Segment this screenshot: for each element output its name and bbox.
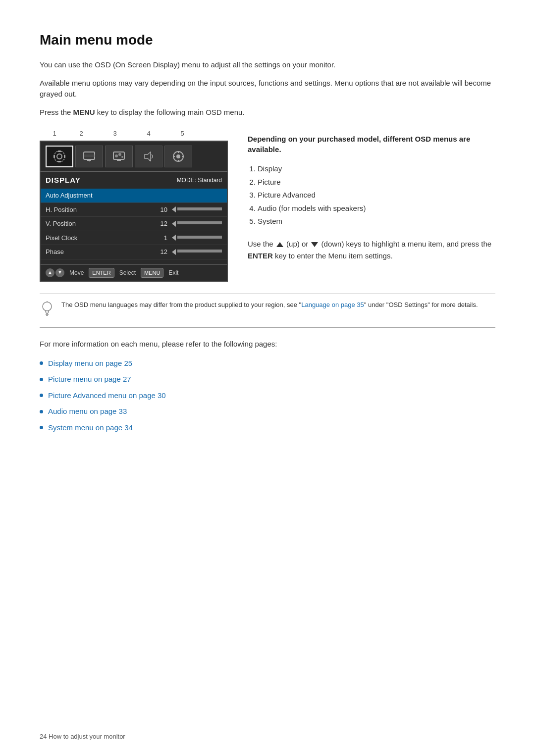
osd-item-label-phase: Phase [46, 247, 64, 257]
osd-menu-item-auto-adjustment: Auto Adjustment [41, 189, 227, 203]
osd-icon-audio [135, 146, 162, 167]
page-title: Main menu mode [40, 30, 495, 50]
osd-slider-phase: 12 [158, 247, 222, 257]
svg-point-0 [57, 154, 62, 159]
osd-icon-system [164, 146, 192, 167]
arrow-up-btn: ▲ [46, 268, 54, 277]
osd-slider-triangle-phase [172, 249, 176, 255]
osd-display-bar: DISPLAY MODE: Standard [40, 171, 228, 189]
osd-menu-item-phase: Phase 12 [41, 245, 227, 259]
svg-rect-4 [54, 155, 55, 158]
note-icon [40, 301, 54, 321]
menu-list-item-3: Picture Advanced [258, 190, 495, 201]
svg-rect-5 [64, 155, 65, 158]
osd-num-5: 5 [165, 129, 199, 139]
osd-num-1: 1 [45, 129, 64, 139]
osd-slider-bar-phase [177, 251, 222, 252]
osd-exit-label: Exit [168, 268, 178, 277]
enter-key-label: ENTER [248, 252, 273, 260]
osd-num-3: 3 [98, 129, 132, 139]
note-link[interactable]: Language on page 35 [301, 301, 364, 308]
note-text-before: The OSD menu languages may differ from t… [61, 301, 301, 308]
osd-icons-row [40, 141, 228, 171]
list-item-picture-advanced: Picture Advanced menu on page 30 [40, 390, 495, 402]
menu-key-label: MENU [73, 108, 95, 116]
svg-point-18 [176, 154, 180, 158]
intro-para1: You can use the OSD (On Screen Display) … [40, 59, 495, 71]
osd-numbers-row: 1 2 3 4 5 [40, 129, 228, 139]
osd-menu-items: Auto Adjustment H. Position 10 V. Positi… [40, 189, 228, 264]
svg-point-23 [43, 302, 52, 311]
osd-enter-btn: ENTER [89, 268, 114, 278]
svg-rect-7 [84, 154, 95, 157]
menu-list-item-5: System [258, 216, 495, 227]
links-list: Display menu on page 25 Picture menu on … [40, 358, 495, 434]
note-box: The OSD menu languages may differ from t… [40, 294, 495, 328]
menu-list: Display Picture Picture Advanced Audio (… [258, 163, 495, 227]
content-row: 1 2 3 4 5 [40, 129, 495, 282]
intro-para2: Available menu options may vary dependin… [40, 78, 495, 100]
right-info: Depending on your purchased model, diffe… [248, 129, 495, 282]
svg-point-13 [121, 156, 123, 158]
osd-menu-item-h-position: H. Position 10 [41, 203, 227, 217]
osd-icon-display [46, 146, 73, 167]
osd-item-label-auto: Auto Adjustment [46, 191, 93, 201]
list-item-audio: Audio menu on page 33 [40, 406, 495, 417]
osd-item-label-vpos: V. Position [46, 219, 76, 229]
triangle-down-icon [311, 242, 318, 247]
menu-list-item-4: Audio (for models with speakers) [258, 203, 495, 214]
osd-item-label-hpos: H. Position [46, 205, 77, 215]
note-text: The OSD menu languages may differ from t… [61, 300, 495, 310]
model-note: Depending on your purchased model, diffe… [248, 134, 495, 154]
osd-slider-bar-pixclock [177, 237, 222, 239]
osd-item-label-pixel-clock: Pixel Clock [46, 233, 77, 243]
osd-move-label: Move [69, 268, 84, 277]
osd-slider-triangle-vpos [172, 221, 176, 227]
more-info-intro: For more information on each menu, pleas… [40, 339, 495, 350]
triangle-up-icon [276, 242, 283, 247]
osd-menu-label: MENU [144, 269, 160, 277]
arrow-down-btn: ▼ [55, 268, 64, 277]
svg-point-11 [115, 154, 118, 157]
osd-menu-item-pixel-clock: Pixel Clock 1 [41, 231, 227, 246]
osd-enter-label: ENTER [92, 269, 110, 277]
bullet-picture-advanced [40, 394, 43, 397]
osd-footer: ▲ ▼ Move ENTER Select MENU Exit [40, 264, 228, 282]
svg-point-12 [118, 153, 121, 156]
osd-slider-bar-vpos [177, 223, 222, 224]
osd-footer-arrows: ▲ ▼ [46, 268, 64, 277]
osd-menu-btn: MENU [141, 268, 163, 278]
svg-marker-15 [145, 152, 151, 161]
bullet-audio [40, 410, 43, 413]
osd-icon-picture [75, 146, 103, 167]
bullet-display [40, 361, 43, 365]
link-picture-menu[interactable]: Picture menu on page 27 [48, 374, 131, 385]
osd-slider-bar-hpos [177, 209, 222, 210]
osd-mode-label: MODE: Standard [177, 176, 222, 185]
osd-slider-pixel-clock: 1 [158, 233, 222, 243]
osd-num-4: 4 [132, 129, 165, 139]
press-para: Press the MENU key to display the follow… [40, 107, 495, 118]
osd-mockup: 1 2 3 4 5 [40, 129, 228, 282]
link-audio-menu[interactable]: Audio menu on page 33 [48, 406, 127, 417]
svg-point-1 [54, 151, 65, 162]
link-system-menu[interactable]: System menu on page 34 [48, 422, 133, 434]
osd-slider-vpos: 12 [158, 219, 222, 229]
osd-menu-item-spacer [41, 259, 227, 264]
link-display-menu[interactable]: Display menu on page 25 [48, 358, 132, 369]
menu-list-item-1: Display [258, 163, 495, 175]
menu-list-item-2: Picture [258, 177, 495, 188]
svg-rect-2 [58, 151, 61, 152]
page: Main menu mode You can use the OSD (On S… [0, 0, 535, 756]
list-item-display: Display menu on page 25 [40, 358, 495, 369]
osd-display-label: DISPLAY [46, 175, 81, 186]
list-item-picture: Picture menu on page 27 [40, 374, 495, 385]
osd-slider-hpos: 10 [158, 205, 222, 215]
link-picture-advanced-menu[interactable]: Picture Advanced menu on page 30 [48, 390, 166, 402]
note-text-after: " under "OSD Settings" for more details. [364, 301, 478, 308]
osd-slider-triangle-hpos [172, 206, 176, 212]
svg-rect-3 [58, 161, 61, 162]
osd-select-label: Select [119, 268, 136, 277]
osd-slider-triangle-pixclock [172, 235, 176, 241]
osd-icon-picture-advanced [105, 146, 133, 167]
